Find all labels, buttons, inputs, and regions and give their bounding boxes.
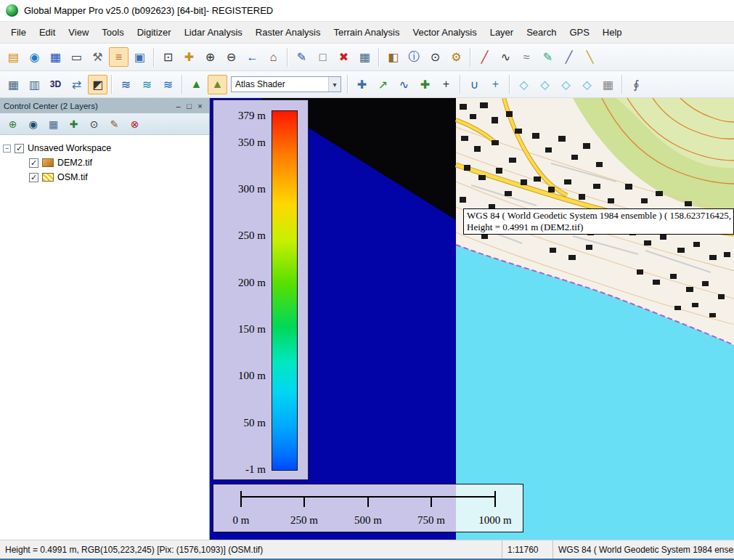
legend-label: 100 m [213, 370, 266, 381]
toolbar-separator [287, 48, 288, 67]
create-line-button[interactable]: ∿ [496, 47, 515, 67]
save-workspace-button[interactable]: ▦ [46, 47, 65, 67]
panel-close-button[interactable]: × [195, 102, 205, 110]
clear-selection-button[interactable]: ◧ [383, 47, 403, 67]
cascade-windows-button[interactable]: ▥ [25, 75, 44, 94]
digitizer-tool-button[interactable]: ✎ [292, 47, 311, 67]
move-vertex-button[interactable]: ✚ [415, 75, 435, 94]
menu-raster-analysis[interactable]: Raster Analysis [249, 22, 327, 44]
menu-help[interactable]: Help [596, 22, 629, 44]
tooltip-line-1: WGS 84 ( World Geodetic System 1984 ense… [467, 210, 730, 222]
snap-vertex-button[interactable]: + [436, 75, 456, 94]
panel-minimize-button[interactable]: – [173, 102, 184, 110]
toolbar-separator [378, 48, 380, 67]
layer-label-osm: OSM.tif [57, 172, 88, 182]
previous-view-button[interactable]: ← [242, 47, 262, 67]
layer-style-picker-button[interactable]: ✎ [106, 115, 123, 132]
zoom-rect-button[interactable]: ⊡ [158, 47, 178, 67]
select-features-button[interactable]: □ [313, 47, 333, 67]
paperclip-measure-button[interactable]: ∮ [627, 75, 646, 94]
create-area-button[interactable]: ≈ [517, 47, 537, 67]
full-extent-button[interactable]: ⌂ [264, 47, 283, 67]
control-center-header[interactable]: Control Center (2 Layers) – □ × [0, 98, 209, 113]
menu-edit[interactable]: Edit [33, 22, 62, 44]
menu-vector-analysis[interactable]: Vector Analysis [407, 22, 484, 44]
close-layer-button[interactable]: ⊗ [126, 115, 143, 132]
tree-row-layer-osm[interactable]: ✓ OSM.tif [3, 170, 206, 184]
open-file-button[interactable]: ▤ [4, 47, 23, 67]
edit-vertices-button[interactable]: ∿ [394, 75, 414, 94]
feature-attributes-button[interactable]: ▦ [355, 47, 375, 67]
map-viewport[interactable]: 379 m 350 m 300 m 250 m 200 m 150 m 100 … [210, 98, 734, 540]
lidar-qc-button[interactable]: ≋ [116, 75, 136, 94]
fullscreen-view-button[interactable]: ▭ [67, 47, 86, 67]
menu-bar: File Edit View Tools Digitizer Lidar Ana… [0, 22, 734, 44]
menu-lidar-analysis[interactable]: Lidar Analysis [178, 22, 249, 44]
panel-restore-button[interactable]: □ [184, 102, 195, 110]
online-data-button[interactable]: ◉ [25, 47, 44, 67]
layer-metadata-button[interactable]: ◉ [25, 115, 41, 132]
zoom-features-button[interactable]: ↗ [373, 75, 393, 94]
hill-shade-button[interactable]: ▲ [187, 75, 206, 94]
atlas-shader-button[interactable]: ▲ [208, 75, 227, 94]
zoom-in-button[interactable]: ⊕ [200, 47, 220, 67]
combine-areas-button[interactable]: ◇ [514, 75, 534, 94]
legend-label: -1 m [213, 463, 266, 475]
layer-checkbox-osm[interactable]: ✓ [29, 173, 38, 182]
menu-search[interactable]: Search [520, 22, 563, 44]
attribute-table-button[interactable]: ▦ [45, 115, 62, 132]
curve-tool-button[interactable]: ∪ [465, 75, 484, 94]
find-layer-button[interactable]: ⊙ [86, 115, 102, 132]
tile-windows-button[interactable]: ▦ [4, 75, 23, 94]
app-logo-icon [6, 4, 18, 17]
window-title: Global Mapper Pro v25.0 (b092623) [64-bi… [24, 5, 273, 16]
add-layer-button[interactable]: ✚ [65, 115, 82, 132]
workspace-checkbox[interactable]: ✓ [15, 144, 24, 153]
layer-tree: − ✓ Unsaved Workspace ✓ DEM2.tif ✓ OSM.t… [0, 135, 209, 540]
sketch-tool-button[interactable]: ╱ [559, 47, 579, 67]
menu-digitizer[interactable]: Digitizer [131, 22, 178, 44]
create-point-button[interactable]: ╱ [475, 47, 494, 67]
zoom-to-layer-button[interactable]: ⊕ [4, 115, 21, 132]
view-3d-button[interactable]: 3D [46, 75, 65, 94]
cut-areas-button[interactable]: ◇ [556, 75, 576, 94]
tooltip-line-2: Height = 0.4991 m (DEM2.tif) [467, 222, 730, 233]
search-info-button[interactable]: ⊙ [425, 47, 445, 67]
menu-view[interactable]: View [62, 22, 95, 44]
options-gear-button[interactable]: ⚙ [446, 47, 466, 67]
vertex-insert-button[interactable]: + [486, 75, 505, 94]
pan-features-button[interactable]: ✚ [352, 75, 372, 94]
range-ring-button[interactable]: ╲ [580, 47, 600, 67]
toolbar-separator [153, 48, 155, 67]
collapse-icon[interactable]: − [3, 145, 11, 153]
copy-areas-button[interactable]: ◇ [577, 75, 597, 94]
control-center-button[interactable]: ≡ [109, 47, 129, 67]
lidar-extract-button[interactable]: ≋ [158, 75, 178, 94]
menu-tools[interactable]: Tools [95, 22, 130, 44]
split-screen-button[interactable]: ◩ [88, 75, 107, 94]
feature-info-button[interactable]: ⓘ [404, 47, 424, 67]
grid-tool-button[interactable]: ▦ [598, 75, 618, 94]
toolbar-separator [182, 75, 183, 94]
tree-row-workspace[interactable]: − ✓ Unsaved Workspace [3, 141, 206, 155]
menu-file[interactable]: File [4, 22, 33, 44]
map-layout-button[interactable]: ▣ [130, 47, 150, 67]
lidar-filter-button[interactable]: ≋ [137, 75, 157, 94]
menu-terrain-analysis[interactable]: Terrain Analysis [327, 22, 406, 44]
layer-label-dem2: DEM2.tif [57, 158, 92, 168]
menu-gps[interactable]: GPS [563, 22, 595, 44]
intersect-areas-button[interactable]: ◇ [535, 75, 555, 94]
pan-tool-button[interactable]: ✚ [179, 47, 199, 67]
tree-row-layer-dem2[interactable]: ✓ DEM2.tif [3, 155, 206, 170]
layer-checkbox-dem2[interactable]: ✓ [29, 158, 38, 168]
chevron-down-icon[interactable]: ▾ [328, 77, 341, 92]
menu-layer[interactable]: Layer [484, 22, 521, 44]
legend-label: 50 m [213, 417, 266, 429]
scale-label: 500 m [354, 514, 382, 527]
create-text-button[interactable]: ✎ [538, 47, 558, 67]
swap-views-button[interactable]: ⇄ [67, 75, 86, 94]
configure-button[interactable]: ⚒ [88, 47, 107, 67]
delete-feature-button[interactable]: ✖ [334, 47, 354, 67]
zoom-out-button[interactable]: ⊖ [221, 47, 241, 67]
shader-combobox[interactable]: Atlas Shader ▾ [231, 76, 341, 92]
